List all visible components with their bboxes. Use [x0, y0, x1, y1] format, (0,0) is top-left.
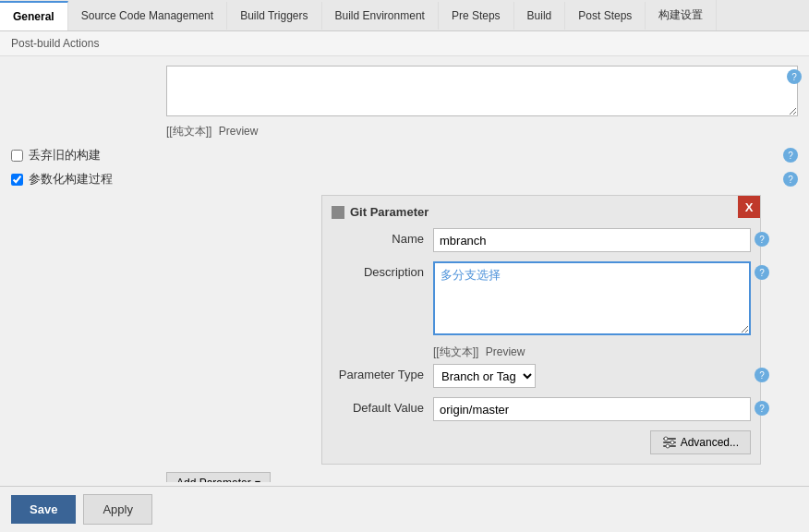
close-git-param-button[interactable]: X	[738, 196, 760, 218]
top-textarea-help-icon[interactable]: ?	[787, 69, 802, 84]
discard-checkbox[interactable]	[11, 150, 23, 162]
apply-button[interactable]: Apply	[83, 494, 152, 525]
plain-text-link[interactable]: [纯文本]	[169, 125, 209, 138]
content-area: ? [[纯文本]] Preview 丢弃旧的构建 ? 参数化构建过程 ? X G…	[0, 56, 809, 482]
default-value-help-icon[interactable]: ?	[755, 401, 769, 416]
param-type-select[interactable]: Branch or Tag Branch Tag Revision	[433, 364, 536, 388]
description-textarea[interactable]: 多分支选择	[433, 261, 751, 335]
save-button[interactable]: Save	[11, 495, 76, 524]
parameterize-help-icon[interactable]: ?	[783, 172, 798, 187]
name-input[interactable]	[433, 228, 751, 252]
git-param-header: Git Parameter	[332, 205, 751, 219]
subnav: Post-build Actions	[0, 31, 809, 56]
tab-scm[interactable]: Source Code Management	[68, 2, 227, 30]
name-row: Name ?	[332, 228, 751, 252]
default-value-input[interactable]	[433, 397, 751, 421]
svg-point-5	[666, 444, 670, 448]
parameterize-label: 参数化构建过程	[29, 171, 113, 187]
description-label: Description	[332, 261, 433, 279]
tab-build[interactable]: Build	[514, 2, 566, 30]
discard-row: 丢弃旧的构建 ?	[11, 147, 798, 163]
tab-environment[interactable]: Build Environment	[322, 2, 439, 30]
desc-plain-text-link[interactable]: [纯文本]	[436, 345, 476, 358]
param-type-help-icon[interactable]: ?	[755, 368, 769, 382]
discard-label: 丢弃旧的构建	[29, 147, 101, 163]
tab-poststeps[interactable]: Post Steps	[565, 2, 646, 30]
advanced-row: Advanced...	[332, 430, 751, 454]
parameterize-row: 参数化构建过程 ?	[11, 171, 798, 187]
parameterize-checkbox[interactable]	[11, 174, 23, 186]
description-row: Description 多分支选择 ?	[332, 261, 751, 335]
tab-presteps[interactable]: Pre Steps	[439, 2, 514, 30]
add-parameter-button[interactable]: Add Parameter ▾	[166, 472, 271, 482]
discard-help-icon[interactable]: ?	[783, 148, 798, 163]
add-param-label: Add Parameter	[176, 477, 251, 482]
add-param-arrow: ▾	[255, 477, 260, 482]
param-type-label: Parameter Type	[332, 364, 433, 381]
name-help-icon[interactable]: ?	[755, 232, 769, 247]
tab-triggers[interactable]: Build Triggers	[227, 2, 321, 30]
advanced-button[interactable]: Advanced...	[650, 430, 751, 454]
default-value-row: Default Value ?	[332, 397, 751, 421]
top-textarea[interactable]	[166, 66, 798, 116]
advanced-icon	[662, 435, 677, 450]
preview-link[interactable]: Preview	[219, 125, 259, 138]
subnav-label: Post-build Actions	[11, 37, 99, 50]
default-value-label: Default Value	[332, 397, 433, 415]
svg-point-4	[670, 441, 674, 444]
git-parameter-box: X Git Parameter Name ? Description 多分支选择…	[321, 195, 761, 465]
git-param-title: Git Parameter	[350, 205, 429, 219]
advanced-label: Advanced...	[681, 436, 739, 449]
bottom-bar: Save Apply	[0, 486, 809, 532]
name-label: Name	[332, 228, 433, 246]
desc-preview-link[interactable]: Preview	[486, 345, 525, 358]
tab-bar: General Source Code Management Build Tri…	[0, 0, 809, 31]
add-param-row: Add Parameter ▾	[166, 472, 779, 482]
svg-point-3	[664, 437, 668, 441]
tab-general[interactable]: General	[0, 1, 68, 30]
description-help-icon[interactable]: ?	[755, 265, 769, 280]
git-param-icon	[332, 206, 344, 219]
top-link-row: [[纯文本]] Preview	[166, 124, 798, 139]
param-type-row: Parameter Type Branch or Tag Branch Tag …	[332, 364, 751, 388]
desc-link-row: [[纯文本]] Preview	[433, 345, 751, 360]
tab-settings[interactable]: 构建设置	[646, 0, 717, 30]
